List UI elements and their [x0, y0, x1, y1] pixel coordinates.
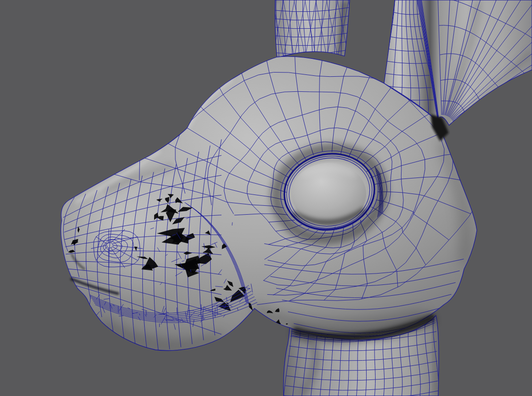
- viewport-3d-canvas[interactable]: [0, 0, 532, 396]
- viewport-3d[interactable]: [0, 0, 532, 396]
